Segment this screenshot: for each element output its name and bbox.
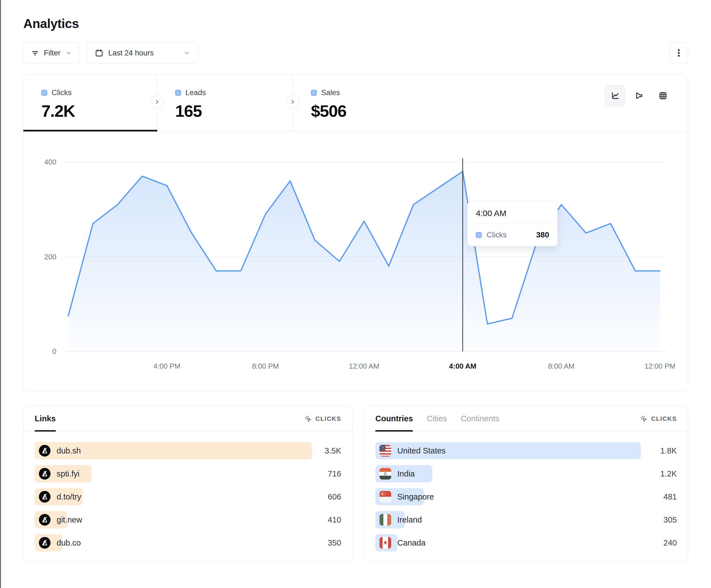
country-row[interactable]: United States 1.8K: [375, 442, 677, 459]
link-row[interactable]: git.new 410: [35, 511, 341, 528]
next-stat-button[interactable]: [150, 95, 164, 109]
kebab-menu-icon: [675, 48, 683, 58]
stat-value: 7.2K: [41, 101, 157, 121]
tab-label: Continents: [461, 414, 499, 423]
country-row[interactable]: India 1.2K: [375, 465, 677, 482]
svg-text:400: 400: [44, 158, 56, 166]
country-row[interactable]: Canada 240: [375, 534, 677, 551]
geo-metric-selector[interactable]: CLICKS: [640, 415, 677, 423]
links-metric-selector[interactable]: CLICKS: [304, 415, 341, 423]
line-chart-view-button[interactable]: [605, 85, 626, 106]
tooltip-series-label: Clicks: [487, 231, 507, 239]
clicks-legend-swatch: [476, 232, 482, 238]
leads-legend-swatch: [175, 90, 181, 96]
chevron-down-icon: [66, 50, 72, 56]
svg-text:8:00 AM: 8:00 AM: [548, 362, 575, 370]
line-chart-icon: [610, 91, 620, 101]
chart-view-toggles: [605, 85, 673, 106]
metric-label: CLICKS: [316, 415, 341, 423]
ireland-flag-icon: [380, 514, 391, 526]
link-row[interactable]: d.to/try 606: [35, 488, 341, 505]
chevron-right-icon: [155, 99, 159, 104]
toolbar: Filter Last 24 hours: [23, 42, 688, 64]
link-label: git.new: [57, 515, 82, 524]
tab-clicks[interactable]: Clicks 7.2K: [24, 75, 157, 131]
stat-label: Clicks: [52, 89, 72, 97]
stat-value: 165: [175, 101, 293, 121]
link-label: spti.fyi: [57, 469, 80, 478]
svg-text:200: 200: [44, 253, 56, 261]
dub-logo-icon: [39, 491, 50, 502]
svg-text:0: 0: [52, 347, 56, 356]
dub-logo-icon: [39, 468, 50, 479]
link-value: 716: [328, 469, 341, 478]
link-label: dub.co: [57, 538, 81, 547]
link-row[interactable]: dub.sh 3.5K: [35, 442, 341, 459]
country-row[interactable]: Singapore 481: [375, 488, 677, 505]
india-flag-icon: [380, 468, 391, 479]
tab-leads[interactable]: Leads 165: [157, 75, 293, 131]
link-row[interactable]: dub.co 350: [35, 534, 341, 551]
tab-links[interactable]: Links: [35, 406, 56, 431]
country-row[interactable]: Ireland 305: [375, 511, 677, 528]
dub-logo-icon: [39, 537, 50, 549]
window-edge-accent: [0, 0, 1, 588]
country-label: United States: [397, 446, 446, 455]
link-label: d.to/try: [57, 492, 81, 501]
filter-button[interactable]: Filter: [23, 42, 80, 64]
link-value: 410: [328, 515, 341, 524]
tab-countries[interactable]: Countries: [375, 406, 413, 431]
svg-text:12:00 PM: 12:00 PM: [644, 362, 675, 370]
canada-flag-icon: [380, 537, 391, 549]
chart-tooltip: 4:00 AM Clicks 380: [467, 201, 558, 246]
link-row[interactable]: spti.fyi 716: [35, 465, 341, 482]
dub-logo-icon: [39, 514, 50, 526]
table-view-button[interactable]: [652, 85, 673, 106]
country-value: 1.8K: [660, 446, 677, 455]
tab-cities[interactable]: Cities: [427, 406, 447, 431]
analytics-chart-card: Clicks 7.2K Leads 165: [23, 74, 688, 391]
filter-icon: [31, 49, 39, 57]
clicks-time-series-chart[interactable]: 02004004:00 PM8:00 PM12:00 AM4:00 AM8:00…: [24, 131, 688, 390]
link-label: dub.sh: [57, 446, 81, 455]
country-label: Ireland: [397, 515, 422, 524]
tab-continents[interactable]: Continents: [461, 406, 499, 431]
calendar-icon: [95, 49, 103, 57]
tab-label: Countries: [375, 414, 413, 423]
analytics-page: Analytics Filter Last 24 hours: [0, 0, 711, 562]
svg-text:4:00 AM: 4:00 AM: [449, 362, 476, 370]
stats-tabs: Clicks 7.2K Leads 165: [24, 75, 688, 131]
funnel-icon: [634, 91, 644, 101]
more-options-button[interactable]: [669, 42, 688, 64]
cursor-click-icon: [640, 415, 648, 423]
metric-label: CLICKS: [651, 415, 677, 423]
link-value: 350: [328, 538, 341, 547]
chevron-down-icon: [184, 50, 190, 56]
tab-label: Links: [35, 414, 56, 423]
date-range-label: Last 24 hours: [108, 49, 154, 58]
sales-legend-swatch: [311, 90, 317, 96]
page-title: Analytics: [23, 16, 688, 31]
geo-panel: Countries Cities Continents CLICKS: [364, 406, 688, 562]
breakdown-panels: Links CLICKS dub.sh 3.5K: [23, 406, 688, 562]
us-flag-icon: [380, 445, 391, 456]
svg-text:12:00 AM: 12:00 AM: [349, 362, 380, 370]
singapore-flag-icon: [380, 491, 391, 502]
svg-text:8:00 PM: 8:00 PM: [252, 362, 279, 370]
stat-label: Sales: [321, 89, 340, 97]
svg-text:4:00 PM: 4:00 PM: [153, 362, 180, 370]
date-range-picker[interactable]: Last 24 hours: [87, 42, 198, 64]
country-value: 305: [664, 515, 677, 524]
grid-table-icon: [658, 91, 668, 101]
next-stat-button[interactable]: [286, 95, 300, 109]
links-panel: Links CLICKS dub.sh 3.5K: [23, 406, 352, 562]
dub-logo-icon: [39, 445, 50, 456]
link-value: 3.5K: [325, 446, 341, 455]
filter-button-label: Filter: [44, 49, 61, 58]
tooltip-time: 4:00 AM: [468, 201, 558, 224]
country-label: India: [397, 469, 415, 478]
country-label: Singapore: [397, 492, 434, 501]
funnel-view-button[interactable]: [628, 85, 650, 106]
country-value: 240: [664, 538, 677, 547]
clicks-legend-swatch: [41, 90, 47, 96]
